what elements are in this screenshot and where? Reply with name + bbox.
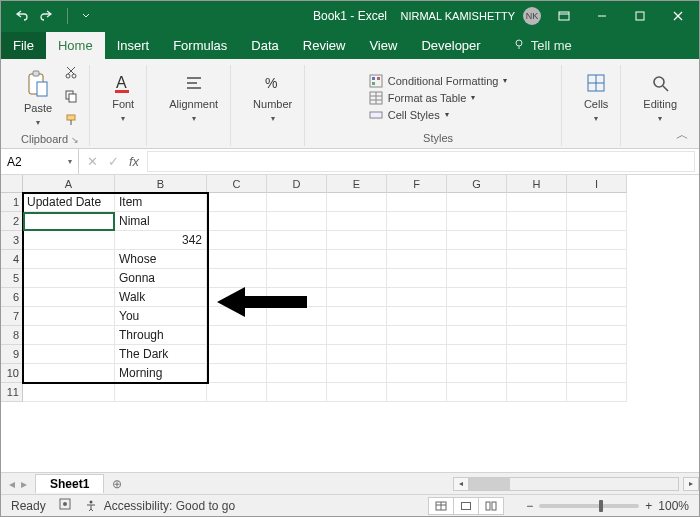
cell[interactable] [207, 364, 267, 383]
row-header[interactable]: 5 [1, 269, 23, 288]
cell[interactable] [115, 383, 207, 402]
cell[interactable] [447, 288, 507, 307]
undo-icon[interactable] [15, 8, 29, 25]
column-header[interactable]: I [567, 175, 627, 193]
cell[interactable] [327, 326, 387, 345]
tab-insert[interactable]: Insert [105, 32, 162, 59]
horizontal-scrollbar[interactable]: ◂ ▸ [453, 477, 699, 491]
cell[interactable] [447, 269, 507, 288]
tab-review[interactable]: Review [291, 32, 358, 59]
column-header[interactable]: H [507, 175, 567, 193]
dialog-launcher-icon[interactable]: ↘ [71, 135, 79, 145]
cell[interactable] [327, 269, 387, 288]
cell[interactable] [207, 383, 267, 402]
cell[interactable] [387, 383, 447, 402]
cell[interactable] [567, 193, 627, 212]
new-sheet-icon[interactable]: ⊕ [104, 477, 130, 491]
cell[interactable] [327, 364, 387, 383]
zoom-out-icon[interactable]: − [526, 499, 533, 513]
cell[interactable] [207, 250, 267, 269]
cell[interactable] [23, 345, 115, 364]
tab-developer[interactable]: Developer [409, 32, 492, 59]
column-header[interactable]: C [207, 175, 267, 193]
select-all-corner[interactable] [1, 175, 23, 193]
cell[interactable] [567, 231, 627, 250]
row-header[interactable]: 11 [1, 383, 23, 402]
cell[interactable] [567, 307, 627, 326]
number-button[interactable]: % Number ▾ [251, 70, 294, 125]
cell[interactable] [507, 231, 567, 250]
cell[interactable] [207, 345, 267, 364]
row-header[interactable]: 3 [1, 231, 23, 250]
cell[interactable] [387, 269, 447, 288]
cell[interactable]: Whose [115, 250, 207, 269]
insert-function-icon[interactable]: fx [129, 154, 139, 169]
cell[interactable] [387, 307, 447, 326]
accessibility-status[interactable]: Accessibility: Good to go [84, 499, 235, 513]
cell[interactable] [507, 269, 567, 288]
sheet-tab[interactable]: Sheet1 [35, 474, 104, 493]
cell[interactable] [447, 212, 507, 231]
cell[interactable] [567, 269, 627, 288]
cell[interactable] [387, 364, 447, 383]
cell[interactable] [327, 250, 387, 269]
column-header[interactable]: A [23, 175, 115, 193]
cell[interactable] [507, 288, 567, 307]
cell[interactable] [507, 326, 567, 345]
tab-data[interactable]: Data [239, 32, 290, 59]
minimize-icon[interactable] [587, 1, 617, 31]
cell[interactable] [507, 250, 567, 269]
cell[interactable] [327, 231, 387, 250]
column-header[interactable]: E [327, 175, 387, 193]
zoom-in-icon[interactable]: + [645, 499, 652, 513]
paste-button[interactable]: Paste ▾ [22, 68, 54, 129]
namebox-dropdown-icon[interactable]: ▾ [68, 157, 72, 166]
cell[interactable] [23, 383, 115, 402]
tell-me[interactable]: Tell me [503, 32, 582, 59]
hscroll-right-icon[interactable]: ▸ [683, 477, 699, 491]
cell[interactable] [207, 212, 267, 231]
cell[interactable]: Walk [115, 288, 207, 307]
cell[interactable] [23, 231, 115, 250]
cell[interactable] [387, 288, 447, 307]
zoom-slider[interactable] [539, 504, 639, 508]
cell[interactable] [447, 250, 507, 269]
column-header[interactable]: F [387, 175, 447, 193]
cell[interactable] [567, 383, 627, 402]
cell[interactable] [387, 250, 447, 269]
cell[interactable] [387, 193, 447, 212]
cell[interactable] [327, 383, 387, 402]
cell[interactable] [387, 345, 447, 364]
cell[interactable] [207, 326, 267, 345]
row-header[interactable]: 2 [1, 212, 23, 231]
spreadsheet-grid[interactable]: ABCDEFGHI 1234567891011 Updated DateItem… [1, 175, 699, 472]
cell[interactable] [387, 231, 447, 250]
cell[interactable] [447, 307, 507, 326]
cell[interactable] [207, 231, 267, 250]
cell[interactable]: Through [115, 326, 207, 345]
name-box[interactable]: A2 ▾ [1, 149, 79, 174]
cell[interactable] [507, 383, 567, 402]
cells-button[interactable]: Cells ▾ [582, 70, 610, 125]
row-header[interactable]: 9 [1, 345, 23, 364]
view-page-layout-icon[interactable] [453, 497, 479, 515]
copy-icon[interactable] [64, 89, 78, 107]
cell[interactable] [267, 250, 327, 269]
cell[interactable] [267, 364, 327, 383]
cell[interactable] [447, 345, 507, 364]
cell[interactable] [267, 231, 327, 250]
cell[interactable] [327, 288, 387, 307]
cell[interactable]: Nimal [115, 212, 207, 231]
collapse-ribbon-icon[interactable]: ︿ [676, 126, 689, 144]
format-as-table-button[interactable]: Format as Table ▾ [369, 91, 508, 105]
tab-view[interactable]: View [357, 32, 409, 59]
cell[interactable] [507, 193, 567, 212]
tab-file[interactable]: File [1, 32, 46, 59]
cell[interactable] [567, 364, 627, 383]
cell[interactable] [387, 212, 447, 231]
hscroll-left-icon[interactable]: ◂ [453, 477, 469, 491]
cell[interactable] [567, 212, 627, 231]
cell[interactable] [507, 364, 567, 383]
cell[interactable]: Updated Date [23, 193, 115, 212]
redo-icon[interactable] [39, 8, 53, 25]
